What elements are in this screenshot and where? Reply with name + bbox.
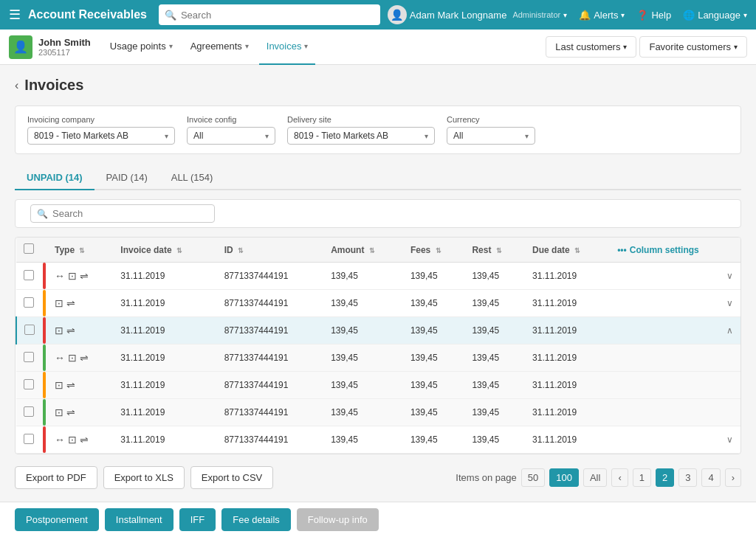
page-size-all[interactable]: All bbox=[583, 468, 607, 487]
invoice-date-cell: 31.11.2019 bbox=[113, 263, 216, 290]
postponement-button[interactable]: Postponement bbox=[15, 508, 99, 531]
favorite-customers-label: Favorite customers bbox=[649, 41, 731, 52]
tab-paid[interactable]: PAID (14) bbox=[94, 166, 159, 190]
page-size-50[interactable]: 50 bbox=[521, 468, 545, 487]
type-icon-0[interactable]: ⊡ bbox=[55, 325, 63, 336]
header-rest: Rest ⇅ bbox=[464, 238, 525, 263]
row-checkbox[interactable] bbox=[24, 325, 35, 335]
expand-icon[interactable]: ∨ bbox=[726, 298, 733, 308]
page-2[interactable]: 2 bbox=[656, 468, 674, 487]
invoicing-company-select[interactable]: 8019 - Tieto Markets AB ▾ bbox=[27, 127, 175, 145]
type-icon-0[interactable]: ⊡ bbox=[55, 406, 63, 418]
id-cell: 8771337444191 bbox=[217, 317, 323, 344]
expand-icon[interactable]: ∧ bbox=[726, 325, 733, 336]
type-icon-1[interactable]: ⇌ bbox=[66, 379, 75, 391]
nav-agreements[interactable]: Agreements ▾ bbox=[183, 30, 256, 65]
row-checkbox-cell bbox=[16, 399, 43, 426]
type-cell: ↔⊡⇌ bbox=[47, 426, 113, 454]
alerts-menu[interactable]: 🔔 Alerts ▾ bbox=[579, 10, 625, 21]
type-icon-1[interactable]: ⊡ bbox=[68, 352, 77, 364]
help-label: Help bbox=[651, 10, 671, 21]
row-checkbox-cell bbox=[16, 263, 43, 290]
type-icon-2[interactable]: ⇌ bbox=[80, 270, 89, 282]
column-settings-button[interactable]: ••• Column settings bbox=[617, 245, 733, 255]
amount-sort-icon[interactable]: ⇅ bbox=[369, 247, 375, 254]
type-icon-2[interactable]: ⇌ bbox=[80, 434, 89, 446]
row-checkbox[interactable] bbox=[24, 352, 34, 362]
invoice-date-sort-icon[interactable]: ⇅ bbox=[176, 247, 182, 254]
amount-cell: 139,45 bbox=[323, 426, 403, 454]
invoices-table-container: Type ⇅ Invoice date ⇅ ID ⇅ Amount ⇅ bbox=[15, 237, 741, 454]
row-checkbox[interactable] bbox=[24, 406, 34, 417]
alerts-arrow: ▾ bbox=[621, 11, 625, 19]
expand-icon[interactable]: ∨ bbox=[726, 271, 733, 281]
page-1[interactable]: 1 bbox=[633, 468, 651, 487]
type-icon-0[interactable]: ↔ bbox=[55, 270, 65, 282]
favorite-customers-button[interactable]: Favorite customers ▾ bbox=[639, 36, 747, 58]
nav-usage-points[interactable]: Usage points ▾ bbox=[103, 30, 180, 65]
last-customers-arrow: ▾ bbox=[623, 43, 627, 51]
menu-icon[interactable]: ☰ bbox=[9, 7, 21, 23]
user-menu[interactable]: 👤 Adam Mark Longname Administrator ▾ bbox=[388, 5, 567, 24]
export-csv-button[interactable]: Export to CSV bbox=[190, 466, 273, 489]
back-button[interactable]: ‹ bbox=[15, 79, 18, 92]
last-customers-button[interactable]: Last customers ▾ bbox=[546, 36, 636, 58]
tab-all[interactable]: ALL (154) bbox=[159, 166, 225, 190]
type-icon-0[interactable]: ↔ bbox=[55, 434, 65, 446]
invoice-config-select[interactable]: All ▾ bbox=[187, 127, 275, 145]
row-checkbox[interactable] bbox=[24, 379, 34, 389]
help-menu[interactable]: ❓ Help bbox=[636, 10, 671, 21]
page-3[interactable]: 3 bbox=[678, 468, 697, 487]
type-icon-1[interactable]: ⊡ bbox=[68, 434, 77, 446]
language-menu[interactable]: 🌐 Language ▾ bbox=[683, 10, 747, 21]
currency-select[interactable]: All ▾ bbox=[447, 127, 535, 145]
row-checkbox[interactable] bbox=[24, 297, 34, 308]
type-icon-0[interactable]: ⊡ bbox=[55, 297, 63, 309]
type-icon-0[interactable]: ↔ bbox=[55, 352, 65, 364]
expand-icon[interactable]: ∨ bbox=[726, 434, 733, 445]
due-date-cell: 31.11.2019 bbox=[525, 426, 610, 454]
id-cell: 8771337444191 bbox=[217, 399, 323, 426]
currency-arrow: ▾ bbox=[525, 132, 529, 140]
language-arrow: ▾ bbox=[743, 11, 747, 19]
expand-cell: ∨ bbox=[610, 263, 740, 290]
rest-cell: 139,45 bbox=[464, 263, 525, 290]
indicator-bar bbox=[43, 344, 46, 371]
page-next-button[interactable]: › bbox=[725, 468, 741, 487]
installment-button[interactable]: Installment bbox=[105, 508, 173, 531]
type-sort-icon[interactable]: ⇅ bbox=[79, 247, 85, 254]
page-prev-button[interactable]: ‹ bbox=[611, 468, 628, 487]
id-cell: 8771337444191 bbox=[217, 263, 323, 290]
main-content: ‹ Invoices Invoicing company 8019 - Tiet… bbox=[0, 65, 756, 537]
fee-details-button[interactable]: Fee details bbox=[221, 508, 291, 531]
due-date-sort-icon[interactable]: ⇅ bbox=[574, 247, 580, 254]
row-checkbox-cell bbox=[16, 372, 43, 399]
delivery-site-select[interactable]: 8019 - Tieto Markets AB ▾ bbox=[287, 127, 435, 145]
rest-sort-icon[interactable]: ⇅ bbox=[496, 247, 502, 254]
type-icon-1[interactable]: ⊡ bbox=[68, 270, 77, 282]
indicator-bar bbox=[43, 290, 46, 316]
iff-button[interactable]: IFF bbox=[179, 508, 216, 531]
app-title: Account Receivables bbox=[28, 8, 147, 21]
export-pdf-button[interactable]: Export to PDF bbox=[15, 466, 97, 489]
global-search-input[interactable] bbox=[181, 10, 374, 21]
page-4[interactable]: 4 bbox=[701, 468, 720, 487]
tab-unpaid[interactable]: UNPAID (14) bbox=[15, 166, 94, 190]
nav-invoices[interactable]: Invoices ▾ bbox=[259, 30, 316, 65]
currency-label: Currency bbox=[447, 115, 535, 124]
type-icon-1[interactable]: ⇌ bbox=[66, 297, 75, 309]
follow-up-info-button[interactable]: Follow-up info bbox=[297, 508, 379, 531]
page-size-100[interactable]: 100 bbox=[549, 468, 579, 487]
filters-panel: Invoicing company 8019 - Tieto Markets A… bbox=[15, 105, 741, 154]
fees-sort-icon[interactable]: ⇅ bbox=[436, 247, 441, 254]
type-icon-2[interactable]: ⇌ bbox=[80, 352, 89, 364]
type-icon-1[interactable]: ⇌ bbox=[66, 406, 75, 418]
row-checkbox[interactable] bbox=[24, 270, 34, 280]
export-xls-button[interactable]: Export to XLS bbox=[103, 466, 185, 489]
type-icon-0[interactable]: ⊡ bbox=[55, 379, 63, 391]
table-search-input[interactable] bbox=[52, 208, 176, 219]
type-icon-1[interactable]: ⇌ bbox=[66, 325, 75, 336]
row-checkbox[interactable] bbox=[24, 434, 34, 444]
select-all-checkbox[interactable] bbox=[24, 243, 34, 254]
id-sort-icon[interactable]: ⇅ bbox=[238, 247, 244, 254]
